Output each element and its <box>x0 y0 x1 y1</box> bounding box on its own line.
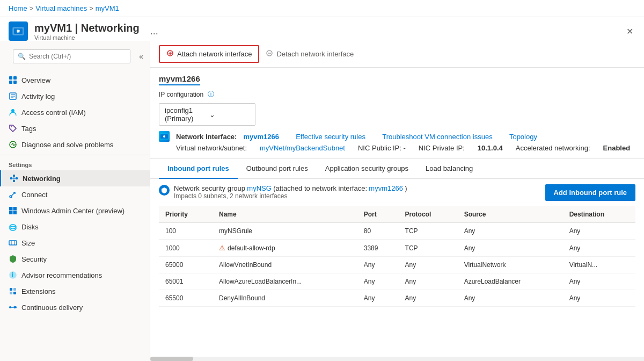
nsg-prefix: Network security group <box>174 184 245 192</box>
cell-source: VirtualNetwork <box>458 257 563 273</box>
add-inbound-rule-button[interactable]: Add inbound port rule <box>545 184 635 201</box>
svg-point-11 <box>11 109 14 112</box>
svg-rect-4 <box>13 76 17 80</box>
sidebar-item-diagnose[interactable]: Diagnose and solve problems <box>0 136 150 153</box>
disks-icon <box>9 222 17 231</box>
effective-security-link[interactable]: Effective security rules <box>296 133 365 141</box>
search-box[interactable]: 🔍 <box>13 49 130 63</box>
cell-name: AllowVnetInBound <box>213 257 357 273</box>
svg-rect-33 <box>10 288 12 291</box>
toolbar: Attach network interface Detach network … <box>150 41 644 68</box>
cell-source: Any <box>458 240 563 257</box>
nsg-nic-link[interactable]: myvm1266 <box>369 184 403 192</box>
svg-rect-36 <box>13 292 16 294</box>
nsg-shield-icon <box>159 185 170 196</box>
sidebar-divider <box>0 155 150 155</box>
sidebar-item-windows-admin[interactable]: Windows Admin Center (preview) <box>0 203 150 219</box>
nic-interface-link[interactable]: myvm1266 <box>243 133 279 141</box>
nsg-impact: Impacts 0 subnets, 2 network interfaces <box>174 192 407 200</box>
nsg-text: Network security group myNSG (attached t… <box>174 184 407 192</box>
sidebar-item-extensions[interactable]: Extensions <box>0 283 150 299</box>
sidebar-item-tags-label: Tags <box>21 125 36 133</box>
svg-rect-5 <box>9 81 12 84</box>
attach-icon <box>166 49 174 59</box>
sidebar-item-connect[interactable]: Connect <box>0 186 150 203</box>
breadcrumb: Home > Virtual machines > myVM1 <box>9 4 119 12</box>
sidebar-item-activity-label: Activity log <box>21 92 55 100</box>
nic-subnet-row: Virtual network/subnet: myVNet/myBackend… <box>176 144 635 152</box>
svg-rect-14 <box>10 177 12 179</box>
svg-rect-28 <box>9 241 17 245</box>
svg-rect-23 <box>9 211 13 215</box>
vnet-link[interactable]: myVNet/myBackendSubnet <box>260 144 345 152</box>
cell-destination: VirtualN... <box>563 257 635 273</box>
sidebar-item-size[interactable]: Size <box>0 235 150 251</box>
topology-link[interactable]: Topology <box>509 133 537 141</box>
cell-port: Any <box>357 273 399 290</box>
table-header-row: Priority Name Port Protocol Source Desti… <box>159 206 635 223</box>
breadcrumb-vm[interactable]: myVM1 <box>96 4 119 12</box>
cell-port: Any <box>357 257 399 273</box>
troubleshoot-link[interactable]: Troubleshoot VM connection issues <box>382 133 492 141</box>
nsg-link[interactable]: myNSG <box>247 184 272 192</box>
sidebar-item-continuous-delivery[interactable]: Continuous delivery <box>0 299 150 315</box>
tab-asg[interactable]: Application security groups <box>317 159 417 179</box>
svg-rect-34 <box>13 288 16 291</box>
breadcrumb-home[interactable]: Home <box>9 4 27 12</box>
search-area: 🔍 « <box>0 41 150 72</box>
table-row[interactable]: 65000AllowVnetInBoundAnyAnyVirtualNetwor… <box>159 257 635 273</box>
windows-admin-icon <box>9 206 17 215</box>
svg-point-46 <box>163 135 165 138</box>
ip-config-chevron: ⌄ <box>209 111 250 119</box>
cell-destination: Any <box>563 223 635 240</box>
sidebar-item-overview[interactable]: Overview <box>0 72 150 88</box>
nic-interface-label: Network Interface: <box>176 133 237 141</box>
sidebar-item-advisor[interactable]: i Advisor recommendations <box>0 267 150 283</box>
attach-network-interface-button[interactable]: Attach network interface <box>159 45 259 63</box>
svg-point-12 <box>11 126 12 127</box>
attach-label: Attach network interface <box>177 50 252 58</box>
ip-config-select[interactable]: ipconfig1 (Primary) ⌄ <box>159 103 255 126</box>
sidebar-item-security[interactable]: Security <box>0 251 150 267</box>
page-title: myVM1 | Networking <box>34 22 140 34</box>
continuous-delivery-icon <box>9 303 17 312</box>
nsg-banner: Network security group myNSG (attached t… <box>159 179 635 206</box>
vnet-label: Virtual network/subnet: <box>176 144 247 152</box>
table-row[interactable]: 65500DenyAllInBoundAnyAnyAnyAny <box>159 290 635 307</box>
svg-rect-22 <box>13 207 17 211</box>
networking-icon <box>10 174 18 183</box>
sidebar-item-networking[interactable]: Networking <box>0 170 150 186</box>
ip-config-info-icon: ⓘ <box>208 90 214 99</box>
sidebar-item-activity-log[interactable]: Activity log <box>0 88 150 104</box>
col-priority: Priority <box>159 206 213 223</box>
horizontal-scrollbar-thumb[interactable] <box>150 357 193 361</box>
sidebar-item-disks[interactable]: Disks <box>0 219 150 235</box>
ip-config-value: ipconfig1 (Primary) <box>165 106 205 122</box>
sidebar-item-access-control[interactable]: Access control (IAM) <box>0 104 150 120</box>
cell-priority: 100 <box>159 223 213 240</box>
sidebar-item-networking-label: Networking <box>23 175 61 183</box>
tab-lb[interactable]: Load balancing <box>417 159 481 179</box>
header-more-button[interactable]: ... <box>150 26 158 37</box>
table-row[interactable]: 65001AllowAzureLoadBalancerIn...AnyAnyAz… <box>159 273 635 290</box>
page-header: myVM1 | Networking Virtual machine ... ✕ <box>0 17 644 41</box>
search-input[interactable] <box>29 53 126 60</box>
cell-port: 3389 <box>357 240 399 257</box>
horizontal-scrollbar[interactable] <box>150 357 644 361</box>
table-row[interactable]: 1000⚠default-allow-rdp3389TCPAnyAny <box>159 240 635 257</box>
ip-config-label: IP configuration <box>159 91 203 98</box>
private-ip-value: 10.1.0.4 <box>478 144 503 152</box>
nic-interface-icon <box>159 131 170 142</box>
collapse-sidebar-button[interactable]: « <box>139 52 143 61</box>
sidebar-item-tags[interactable]: Tags <box>0 120 150 136</box>
table-row[interactable]: 100myNSGrule80TCPAnyAny <box>159 223 635 240</box>
svg-text:i: i <box>12 271 14 279</box>
svg-rect-24 <box>13 211 17 215</box>
tab-outbound[interactable]: Outbound port rules <box>238 159 317 179</box>
tab-inbound[interactable]: Inbound port rules <box>159 159 238 179</box>
close-button[interactable]: ✕ <box>624 24 635 39</box>
detach-network-interface-button[interactable]: Detach network interface <box>259 46 360 62</box>
nsg-mid: (attached to network interface: <box>273 184 367 192</box>
cell-priority: 65500 <box>159 290 213 307</box>
breadcrumb-vms[interactable]: Virtual machines <box>35 4 87 12</box>
